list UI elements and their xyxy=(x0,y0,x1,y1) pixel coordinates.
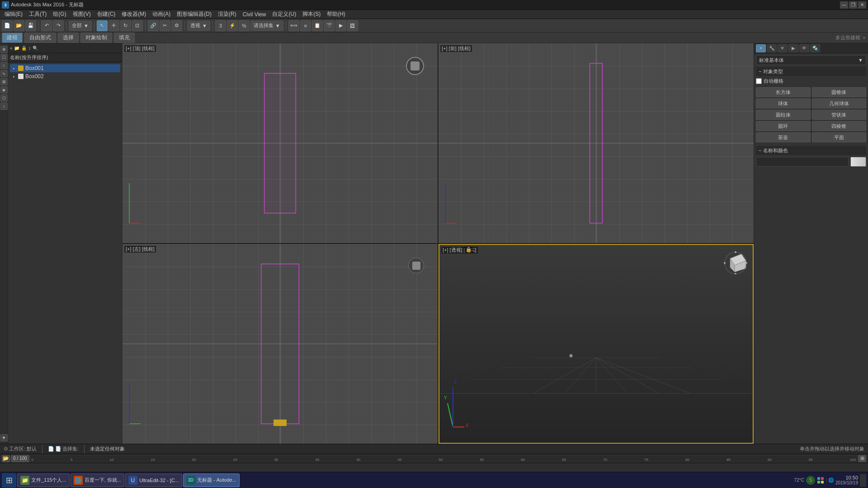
menu-customize[interactable]: 自定义(U) xyxy=(269,10,299,19)
menu-render[interactable]: 渲染(R) xyxy=(215,10,239,19)
btn-sphere[interactable]: 球体 xyxy=(756,99,811,108)
taskbar-browser[interactable]: 🌐 百度一下, 你就... xyxy=(71,474,124,487)
btn-plane[interactable]: 平面 xyxy=(812,132,867,142)
unlink-button[interactable]: ✂ xyxy=(160,20,170,31)
snap-btn[interactable]: 3 xyxy=(215,20,226,31)
nav-cube[interactable] xyxy=(723,249,748,274)
menu-create[interactable]: 创建(C) xyxy=(94,10,118,19)
panel-tab-display[interactable]: 👁 xyxy=(799,44,809,52)
btn-teapot[interactable]: 茶壶 xyxy=(756,132,811,142)
color-swatch[interactable] xyxy=(850,157,866,167)
rotate-button[interactable]: ↻ xyxy=(120,20,131,31)
render-setup-btn[interactable]: 🎬 xyxy=(324,20,335,31)
start-button[interactable]: ⊞ xyxy=(2,473,16,488)
tree-expand-box002[interactable]: ▸ xyxy=(12,74,16,79)
tl-end-btn[interactable]: ⊞ xyxy=(858,455,866,462)
timeline-track[interactable]: 0 5 10 15 20 25 30 35 40 45 50 xyxy=(30,455,857,462)
mini-btn-2[interactable]: ☐ xyxy=(0,54,8,61)
menu-graph-editor[interactable]: 图形编辑器(D) xyxy=(174,10,214,19)
nav-gizmo-top[interactable] xyxy=(406,57,424,75)
scale-button[interactable]: ⊡ xyxy=(132,20,143,31)
undo-button[interactable]: ↶ xyxy=(41,20,52,31)
auto-grid-checkbox[interactable] xyxy=(756,78,762,84)
name-color-header[interactable]: − 名称和颜色 xyxy=(756,146,866,155)
main-area: ⊕ ☐ ○ ∿ ⊞ ◈ ⬡ ↕ ▼ × 📁 🔒 ↕ 🔍 名称(按升序排序) ▸ … xyxy=(0,43,868,444)
select-button[interactable]: ↖ xyxy=(97,20,108,31)
snap-btn2[interactable]: ⚡ xyxy=(227,20,238,31)
tab-object-paint[interactable]: 对象绘制 xyxy=(80,33,112,43)
btn-geosphere[interactable]: 几何球体 xyxy=(812,99,867,108)
mini-btn-1[interactable]: ⊕ xyxy=(0,46,8,53)
btn-cylinder[interactable]: 圆柱体 xyxy=(756,110,811,120)
move-button[interactable]: ✛ xyxy=(108,20,119,31)
menu-help[interactable]: 帮助(H) xyxy=(324,10,348,19)
save-button[interactable]: 💾 xyxy=(25,20,36,31)
close-button[interactable]: ✕ xyxy=(858,1,866,9)
btn-box[interactable]: 长方体 xyxy=(756,87,811,97)
mirror-btn[interactable]: ⟺ xyxy=(288,20,299,31)
svg-point-51 xyxy=(735,251,736,253)
minimize-button[interactable]: — xyxy=(840,1,848,9)
menu-script[interactable]: 脚本(S) xyxy=(300,10,323,19)
taskbar-ultraedit[interactable]: U UltraEdit-32 - [C... xyxy=(125,474,182,487)
menu-modify[interactable]: 修改器(M) xyxy=(119,10,149,19)
render-btn[interactable]: ▶ xyxy=(335,20,346,31)
tl-open-btn[interactable]: 📂 xyxy=(2,455,10,462)
mini-btn-6[interactable]: ◈ xyxy=(0,86,8,94)
menu-animation[interactable]: 动画(A) xyxy=(150,10,173,19)
viewport-perspective[interactable]: X Y Z [+] [透视] [高实] 🔒 xyxy=(439,244,754,444)
tree-expand-box001[interactable]: ▸ xyxy=(12,66,16,70)
panel-tab-hierarchy[interactable]: ⛛ xyxy=(778,44,788,52)
layer-btn[interactable]: 📋 xyxy=(312,20,323,31)
object-name-input[interactable] xyxy=(756,157,849,167)
viewport-top[interactable]: [+] [顶] [线框] xyxy=(123,43,438,243)
bind-button[interactable]: ⚙ xyxy=(171,20,182,31)
viewport-left[interactable]: [+] [左] [线框] xyxy=(123,244,438,444)
redo-button[interactable]: ↷ xyxy=(53,20,64,31)
btn-tube[interactable]: 管状体 xyxy=(812,110,867,120)
btn-torus[interactable]: 圆环 xyxy=(756,121,811,131)
snap-btn3[interactable]: % xyxy=(239,20,250,31)
tree-item-box001[interactable]: ▸ Box001 xyxy=(10,64,120,72)
tab-selection[interactable]: 选择 xyxy=(58,33,79,43)
render-view-btn[interactable]: 🖼 xyxy=(347,20,358,31)
tab-fill[interactable]: 填充 xyxy=(114,33,135,43)
mini-btn-4[interactable]: ∿ xyxy=(0,70,8,77)
menu-tools[interactable]: 工具(T) xyxy=(26,10,49,19)
mini-btn-7[interactable]: ⬡ xyxy=(0,94,8,102)
panel-tab-modify[interactable]: 🔧 xyxy=(767,44,777,52)
show-desktop-btn[interactable] xyxy=(860,474,866,487)
named-selection-dropdown[interactable]: 请选择集 ▼ xyxy=(250,21,283,31)
btn-pyramid[interactable]: 四棱锥 xyxy=(812,121,867,131)
object-category-dropdown[interactable]: 标准基本体 ▼ xyxy=(756,55,866,65)
tab-freeform[interactable]: 自由形式 xyxy=(24,33,56,43)
new-button[interactable]: 📄 xyxy=(2,20,13,31)
restore-button[interactable]: ❐ xyxy=(849,1,857,9)
mini-btn-5[interactable]: ⊞ xyxy=(0,78,8,85)
mini-btn-expand[interactable]: ▼ xyxy=(0,434,8,441)
select-filter-dropdown[interactable]: 全部 ▼ xyxy=(69,21,92,31)
panel-tab-create[interactable]: ✦ xyxy=(756,44,766,52)
tl-current-frame: 0 / 100 xyxy=(11,455,29,462)
btn-cone[interactable]: 圆锥体 xyxy=(812,87,867,97)
menu-view[interactable]: 视图(V) xyxy=(70,10,94,19)
nav-gizmo-left[interactable] xyxy=(408,258,424,273)
tab-modeling[interactable]: 建模 xyxy=(2,33,23,43)
viewport-front[interactable]: [+] [前] [线框] xyxy=(439,43,754,243)
menu-edit[interactable]: 编辑(E) xyxy=(2,10,25,19)
menu-civil-view[interactable]: Civil View xyxy=(240,10,269,19)
viewport-dropdown[interactable]: 透视 ▼ xyxy=(187,21,210,31)
mini-btn-3[interactable]: ○ xyxy=(0,62,8,69)
link-button[interactable]: 🔗 xyxy=(148,20,159,31)
mini-btn-8[interactable]: ↕ xyxy=(0,103,8,110)
viewports-container: [+] [顶] [线框] xyxy=(123,43,754,444)
panel-tab-motion[interactable]: ▶ xyxy=(788,44,798,52)
panel-tab-utilities[interactable]: 🔩 xyxy=(810,44,820,52)
align-btn[interactable]: ≡ xyxy=(300,20,311,31)
menu-group[interactable]: 组(G) xyxy=(50,10,69,19)
open-button[interactable]: 📂 xyxy=(14,20,24,31)
taskbar-3dsmax[interactable]: 3D 无标题 - Autode... xyxy=(183,474,240,487)
object-type-header[interactable]: − 对象类型 xyxy=(756,67,866,76)
taskbar-files[interactable]: 📁 文件_115个人... xyxy=(17,474,70,487)
tree-item-box002[interactable]: ▸ Box002 xyxy=(10,72,120,80)
